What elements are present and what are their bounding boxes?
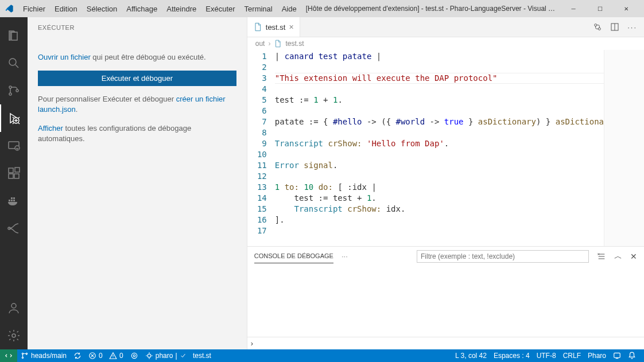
- settings-gear-icon[interactable]: [0, 322, 28, 349]
- source-control-icon[interactable]: [0, 77, 28, 104]
- svg-point-1: [9, 86, 11, 88]
- code-line[interactable]: test := test + 1.: [275, 193, 604, 204]
- bottom-panel: CONSOLE DE DÉBOGAGE ··· ︿ ✕ ›: [247, 246, 644, 349]
- breadcrumb-seg[interactable]: out: [255, 40, 265, 48]
- code-line[interactable]: [275, 84, 604, 95]
- menu-fichier[interactable]: Fichier: [18, 2, 50, 15]
- split-editor-icon[interactable]: [610, 22, 619, 32]
- code-lines[interactable]: | canard test patate | "This extension w…: [275, 50, 604, 246]
- more-actions-icon[interactable]: ···: [627, 23, 637, 32]
- code-line[interactable]: ].: [275, 215, 604, 225]
- breadcrumb-seg[interactable]: test.st: [285, 40, 304, 48]
- notifications-icon[interactable]: [624, 352, 639, 360]
- tab-label: test.st: [266, 23, 286, 32]
- tab-close-icon[interactable]: ×: [289, 22, 293, 32]
- menu-affichage[interactable]: Affichage: [122, 2, 162, 15]
- remote-explorer-icon[interactable]: [0, 132, 28, 159]
- sidebar-header: EXÉCUTER: [28, 17, 247, 37]
- code-line[interactable]: [275, 62, 604, 73]
- search-icon[interactable]: [0, 49, 28, 77]
- menu-terminal[interactable]: Terminal: [240, 2, 277, 15]
- extensions-icon[interactable]: [0, 159, 28, 187]
- svg-rect-10: [15, 168, 20, 172]
- code-line[interactable]: [275, 225, 604, 236]
- feedback-icon[interactable]: [610, 352, 624, 360]
- code-line[interactable]: Error signal.: [275, 160, 604, 171]
- git-graph-icon[interactable]: [0, 215, 28, 242]
- sync-icon[interactable]: [70, 352, 85, 360]
- svg-point-3: [16, 89, 18, 92]
- svg-point-26: [133, 355, 135, 357]
- maximize-button[interactable]: ☐: [587, 0, 613, 17]
- clear-console-icon[interactable]: [597, 252, 606, 261]
- close-panel-icon[interactable]: ✕: [630, 252, 637, 261]
- menu-bar: FichierEditionSélectionAffichageAtteindr…: [18, 2, 301, 15]
- eol[interactable]: CRLF: [560, 352, 584, 360]
- minimize-button[interactable]: ─: [560, 0, 587, 17]
- file-icon: [274, 40, 282, 48]
- debug-filter-input[interactable]: [417, 250, 589, 263]
- indentation[interactable]: Espaces : 4: [490, 352, 533, 360]
- svg-point-17: [11, 303, 16, 308]
- show-link[interactable]: Afficher: [38, 124, 63, 133]
- run-sidebar: EXÉCUTER Ouvrir un fichier qui peut être…: [28, 17, 247, 349]
- problems[interactable]: 0 0: [85, 352, 127, 360]
- run-debug-button[interactable]: Exécuter et déboguer: [38, 71, 236, 86]
- menu-exécuter[interactable]: Exécuter: [201, 2, 239, 15]
- status-bar: heads/main 0 0 pharo | test.st L 3, col …: [0, 349, 644, 362]
- collapse-panel-icon[interactable]: ︿: [614, 251, 622, 262]
- debug-input-chevron[interactable]: ›: [247, 337, 644, 349]
- file-icon: [253, 22, 262, 32]
- line-gutter: 1234567891011121314151617: [247, 50, 275, 246]
- code-line[interactable]: [275, 149, 604, 160]
- window-controls: ─ ☐ ✕: [560, 0, 639, 17]
- close-button[interactable]: ✕: [613, 0, 639, 17]
- window-title: [Hôte de développement d'extension] - te…: [301, 5, 560, 13]
- code-line[interactable]: Transcript crShow: 'Hello from Dap'.: [275, 138, 604, 149]
- menu-aide[interactable]: Aide: [277, 2, 301, 15]
- chevron-right-icon: ›: [268, 40, 270, 48]
- code-editor[interactable]: 1234567891011121314151617 | canard test …: [247, 50, 644, 246]
- accounts-icon[interactable]: [0, 294, 28, 322]
- svg-point-18: [12, 334, 15, 337]
- menu-atteindre[interactable]: Atteindre: [162, 2, 201, 15]
- svg-rect-12: [11, 200, 13, 201]
- code-line[interactable]: [275, 171, 604, 182]
- menu-edition[interactable]: Edition: [50, 2, 82, 15]
- code-line[interactable]: | canard test patate |: [275, 51, 604, 62]
- explorer-icon[interactable]: [0, 22, 28, 49]
- svg-rect-15: [13, 197, 15, 199]
- menu-sélection[interactable]: Sélection: [82, 2, 122, 15]
- svg-rect-9: [14, 174, 19, 178]
- panel-more-icon[interactable]: ···: [342, 252, 348, 260]
- code-line[interactable]: test := 1 + 1.: [275, 95, 604, 106]
- svg-point-28: [148, 354, 151, 357]
- compare-icon[interactable]: [593, 22, 602, 32]
- code-line[interactable]: Transcript crShow: idx.: [275, 204, 604, 215]
- cursor-position[interactable]: L 3, col 42: [452, 352, 490, 360]
- ports-icon[interactable]: [127, 352, 142, 360]
- open-file-link[interactable]: Ouvrir un fichier: [38, 53, 91, 61]
- code-line[interactable]: 1 to: 10 do: [ :idx |: [275, 182, 604, 193]
- run-debug-icon[interactable]: [0, 104, 28, 132]
- titlebar: FichierEditionSélectionAffichageAtteindr…: [0, 0, 644, 17]
- code-line[interactable]: patate := { #hello -> ({ #world -> true …: [275, 116, 604, 127]
- git-branch[interactable]: heads/main: [17, 352, 70, 360]
- code-line[interactable]: [275, 127, 604, 138]
- minimap[interactable]: [604, 50, 644, 246]
- language-mode[interactable]: Pharo: [584, 352, 610, 360]
- remote-indicator[interactable]: [0, 349, 17, 362]
- debug-console-tab[interactable]: CONSOLE DE DÉBOGAGE: [254, 249, 333, 263]
- encoding[interactable]: UTF-8: [533, 352, 560, 360]
- debug-console-body[interactable]: [247, 266, 644, 337]
- svg-rect-29: [614, 353, 620, 357]
- svg-rect-11: [9, 200, 10, 201]
- breadcrumb[interactable]: out › test.st: [247, 37, 644, 50]
- code-line[interactable]: [275, 106, 604, 116]
- svg-rect-7: [9, 168, 13, 173]
- svg-point-22: [22, 353, 23, 354]
- tab-test-st[interactable]: test.st ×: [247, 17, 300, 37]
- docker-icon[interactable]: [0, 187, 28, 215]
- debug-target[interactable]: pharo | test.st: [142, 352, 215, 360]
- open-file-text: qui peut être débogué ou exécuté.: [91, 53, 206, 61]
